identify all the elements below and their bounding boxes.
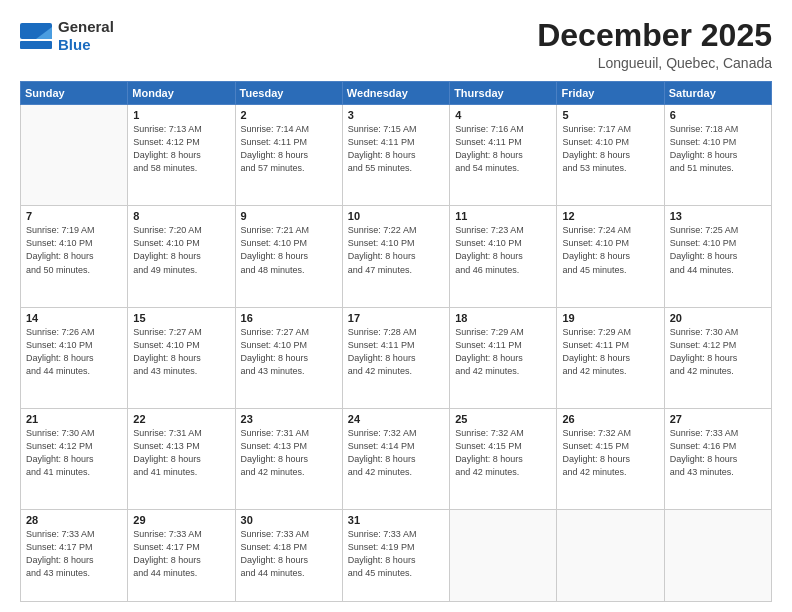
calendar-cell: 22Sunrise: 7:31 AM Sunset: 4:13 PM Dayli… — [128, 408, 235, 509]
day-number: 12 — [562, 210, 658, 222]
day-number: 29 — [133, 514, 229, 526]
calendar-cell: 11Sunrise: 7:23 AM Sunset: 4:10 PM Dayli… — [450, 206, 557, 307]
month-title: December 2025 — [537, 18, 772, 53]
calendar-cell: 13Sunrise: 7:25 AM Sunset: 4:10 PM Dayli… — [664, 206, 771, 307]
day-number: 19 — [562, 312, 658, 324]
day-number: 16 — [241, 312, 337, 324]
day-number: 1 — [133, 109, 229, 121]
calendar-week-2: 7Sunrise: 7:19 AM Sunset: 4:10 PM Daylig… — [21, 206, 772, 307]
day-info: Sunrise: 7:23 AM Sunset: 4:10 PM Dayligh… — [455, 224, 551, 276]
day-info: Sunrise: 7:29 AM Sunset: 4:11 PM Dayligh… — [455, 326, 551, 378]
day-info: Sunrise: 7:33 AM Sunset: 4:16 PM Dayligh… — [670, 427, 766, 479]
day-info: Sunrise: 7:33 AM Sunset: 4:17 PM Dayligh… — [26, 528, 122, 580]
day-number: 9 — [241, 210, 337, 222]
calendar-cell: 15Sunrise: 7:27 AM Sunset: 4:10 PM Dayli… — [128, 307, 235, 408]
calendar-cell: 25Sunrise: 7:32 AM Sunset: 4:15 PM Dayli… — [450, 408, 557, 509]
calendar-cell — [557, 509, 664, 601]
calendar-cell: 17Sunrise: 7:28 AM Sunset: 4:11 PM Dayli… — [342, 307, 449, 408]
day-number: 3 — [348, 109, 444, 121]
calendar-cell — [450, 509, 557, 601]
day-number: 13 — [670, 210, 766, 222]
day-header-tuesday: Tuesday — [235, 82, 342, 105]
day-info: Sunrise: 7:28 AM Sunset: 4:11 PM Dayligh… — [348, 326, 444, 378]
day-info: Sunrise: 7:21 AM Sunset: 4:10 PM Dayligh… — [241, 224, 337, 276]
calendar-cell: 16Sunrise: 7:27 AM Sunset: 4:10 PM Dayli… — [235, 307, 342, 408]
calendar-cell: 24Sunrise: 7:32 AM Sunset: 4:14 PM Dayli… — [342, 408, 449, 509]
day-info: Sunrise: 7:30 AM Sunset: 4:12 PM Dayligh… — [26, 427, 122, 479]
location: Longueuil, Quebec, Canada — [537, 55, 772, 71]
day-info: Sunrise: 7:22 AM Sunset: 4:10 PM Dayligh… — [348, 224, 444, 276]
day-header-saturday: Saturday — [664, 82, 771, 105]
calendar-cell: 28Sunrise: 7:33 AM Sunset: 4:17 PM Dayli… — [21, 509, 128, 601]
day-number: 22 — [133, 413, 229, 425]
day-header-friday: Friday — [557, 82, 664, 105]
calendar-cell: 5Sunrise: 7:17 AM Sunset: 4:10 PM Daylig… — [557, 105, 664, 206]
day-number: 24 — [348, 413, 444, 425]
day-header-sunday: Sunday — [21, 82, 128, 105]
calendar-cell — [664, 509, 771, 601]
day-info: Sunrise: 7:19 AM Sunset: 4:10 PM Dayligh… — [26, 224, 122, 276]
day-number: 25 — [455, 413, 551, 425]
day-number: 4 — [455, 109, 551, 121]
day-info: Sunrise: 7:29 AM Sunset: 4:11 PM Dayligh… — [562, 326, 658, 378]
day-info: Sunrise: 7:33 AM Sunset: 4:19 PM Dayligh… — [348, 528, 444, 580]
calendar-week-1: 1Sunrise: 7:13 AM Sunset: 4:12 PM Daylig… — [21, 105, 772, 206]
calendar-week-4: 21Sunrise: 7:30 AM Sunset: 4:12 PM Dayli… — [21, 408, 772, 509]
day-header-wednesday: Wednesday — [342, 82, 449, 105]
calendar-cell: 18Sunrise: 7:29 AM Sunset: 4:11 PM Dayli… — [450, 307, 557, 408]
calendar-cell: 27Sunrise: 7:33 AM Sunset: 4:16 PM Dayli… — [664, 408, 771, 509]
calendar-cell: 14Sunrise: 7:26 AM Sunset: 4:10 PM Dayli… — [21, 307, 128, 408]
day-header-monday: Monday — [128, 82, 235, 105]
day-number: 5 — [562, 109, 658, 121]
day-info: Sunrise: 7:16 AM Sunset: 4:11 PM Dayligh… — [455, 123, 551, 175]
calendar-week-3: 14Sunrise: 7:26 AM Sunset: 4:10 PM Dayli… — [21, 307, 772, 408]
title-block: December 2025 Longueuil, Quebec, Canada — [537, 18, 772, 71]
calendar-cell: 3Sunrise: 7:15 AM Sunset: 4:11 PM Daylig… — [342, 105, 449, 206]
calendar-cell: 12Sunrise: 7:24 AM Sunset: 4:10 PM Dayli… — [557, 206, 664, 307]
calendar-header-row: SundayMondayTuesdayWednesdayThursdayFrid… — [21, 82, 772, 105]
day-info: Sunrise: 7:27 AM Sunset: 4:10 PM Dayligh… — [241, 326, 337, 378]
calendar-cell: 8Sunrise: 7:20 AM Sunset: 4:10 PM Daylig… — [128, 206, 235, 307]
day-number: 26 — [562, 413, 658, 425]
day-info: Sunrise: 7:13 AM Sunset: 4:12 PM Dayligh… — [133, 123, 229, 175]
day-info: Sunrise: 7:15 AM Sunset: 4:11 PM Dayligh… — [348, 123, 444, 175]
day-info: Sunrise: 7:14 AM Sunset: 4:11 PM Dayligh… — [241, 123, 337, 175]
day-number: 7 — [26, 210, 122, 222]
day-number: 2 — [241, 109, 337, 121]
day-number: 18 — [455, 312, 551, 324]
day-number: 17 — [348, 312, 444, 324]
day-number: 23 — [241, 413, 337, 425]
day-info: Sunrise: 7:32 AM Sunset: 4:14 PM Dayligh… — [348, 427, 444, 479]
day-number: 10 — [348, 210, 444, 222]
day-number: 11 — [455, 210, 551, 222]
day-info: Sunrise: 7:17 AM Sunset: 4:10 PM Dayligh… — [562, 123, 658, 175]
calendar-cell: 2Sunrise: 7:14 AM Sunset: 4:11 PM Daylig… — [235, 105, 342, 206]
logo-icon — [20, 23, 52, 49]
page: General Blue December 2025 Longueuil, Qu… — [0, 0, 792, 612]
calendar-cell: 19Sunrise: 7:29 AM Sunset: 4:11 PM Dayli… — [557, 307, 664, 408]
calendar-cell: 26Sunrise: 7:32 AM Sunset: 4:15 PM Dayli… — [557, 408, 664, 509]
calendar-week-5: 28Sunrise: 7:33 AM Sunset: 4:17 PM Dayli… — [21, 509, 772, 601]
day-number: 27 — [670, 413, 766, 425]
day-info: Sunrise: 7:27 AM Sunset: 4:10 PM Dayligh… — [133, 326, 229, 378]
logo-blue: Blue — [58, 36, 114, 54]
calendar-cell: 21Sunrise: 7:30 AM Sunset: 4:12 PM Dayli… — [21, 408, 128, 509]
day-number: 14 — [26, 312, 122, 324]
calendar-cell: 9Sunrise: 7:21 AM Sunset: 4:10 PM Daylig… — [235, 206, 342, 307]
day-number: 20 — [670, 312, 766, 324]
day-info: Sunrise: 7:31 AM Sunset: 4:13 PM Dayligh… — [241, 427, 337, 479]
calendar-cell: 29Sunrise: 7:33 AM Sunset: 4:17 PM Dayli… — [128, 509, 235, 601]
day-info: Sunrise: 7:32 AM Sunset: 4:15 PM Dayligh… — [455, 427, 551, 479]
calendar-cell: 23Sunrise: 7:31 AM Sunset: 4:13 PM Dayli… — [235, 408, 342, 509]
day-info: Sunrise: 7:33 AM Sunset: 4:17 PM Dayligh… — [133, 528, 229, 580]
day-number: 30 — [241, 514, 337, 526]
day-info: Sunrise: 7:24 AM Sunset: 4:10 PM Dayligh… — [562, 224, 658, 276]
calendar-cell — [21, 105, 128, 206]
day-number: 8 — [133, 210, 229, 222]
day-header-thursday: Thursday — [450, 82, 557, 105]
day-info: Sunrise: 7:26 AM Sunset: 4:10 PM Dayligh… — [26, 326, 122, 378]
day-number: 21 — [26, 413, 122, 425]
calendar-cell: 7Sunrise: 7:19 AM Sunset: 4:10 PM Daylig… — [21, 206, 128, 307]
day-info: Sunrise: 7:32 AM Sunset: 4:15 PM Dayligh… — [562, 427, 658, 479]
calendar-cell: 6Sunrise: 7:18 AM Sunset: 4:10 PM Daylig… — [664, 105, 771, 206]
